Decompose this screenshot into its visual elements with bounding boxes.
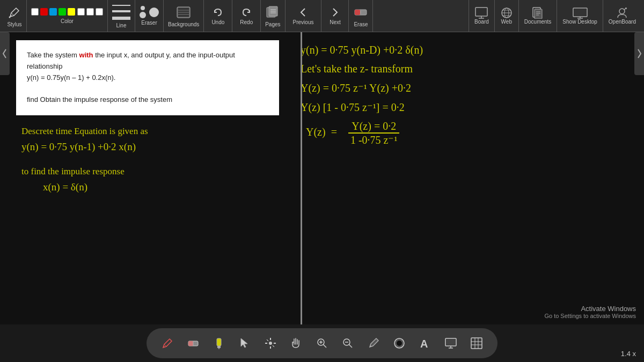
eraser-dot-large[interactable] — [149, 8, 159, 17]
color-yellow[interactable] — [68, 8, 75, 16]
backgrounds-group: Backgrounds — [164, 0, 204, 32]
hw-left-line1: Descrete time Equation is given as — [21, 126, 274, 137]
undo-group: Undo — [204, 0, 232, 32]
circle-tool[interactable] — [389, 333, 409, 353]
pages-label: Pages — [265, 21, 280, 27]
eraser-dot-medium[interactable] — [140, 12, 146, 18]
grid-tool[interactable] — [466, 333, 487, 353]
activate-title: Activate Windows — [544, 305, 636, 313]
line-thin[interactable] — [112, 5, 130, 6]
web-tool[interactable]: Web — [494, 0, 518, 32]
line-label: Line — [116, 23, 127, 28]
svg-rect-37 — [217, 346, 221, 348]
svg-point-0 — [9, 16, 11, 18]
eraser-tool-bottom[interactable] — [183, 333, 203, 353]
backgrounds-icon[interactable] — [176, 5, 191, 20]
svg-rect-36 — [217, 338, 221, 346]
line-group: Line — [108, 0, 135, 32]
redo-group: Redo — [232, 0, 261, 32]
svg-point-54 — [397, 341, 402, 346]
previous-button[interactable]: Previous — [290, 2, 317, 29]
hand-tool[interactable] — [286, 333, 306, 353]
hw-right-line2: Let's take the z- transform — [301, 63, 633, 75]
zoom-out-tool[interactable] — [338, 333, 358, 353]
line-medium[interactable] — [112, 10, 130, 12]
pointer-tool[interactable] — [235, 333, 255, 353]
svg-point-31 — [619, 9, 625, 14]
problem-find: find Obtain the impulse response of the … — [27, 94, 268, 106]
activate-windows-notice: Activate Windows Go to Settings to activ… — [544, 305, 636, 319]
color-white3[interactable] — [86, 8, 94, 16]
hw-left-line2: y(n) = 0·75 y(n-1) +0·2 x(n) — [21, 141, 274, 153]
main-area: Take the system with the input x, and ou… — [0, 32, 644, 324]
documents-tool[interactable]: Documents — [518, 0, 557, 32]
problem-line1: Take the system with the input x, and ou… — [27, 50, 268, 61]
eraser-label: Eraser — [141, 20, 157, 26]
color-red[interactable] — [40, 8, 48, 16]
hw-left-line4: x(n) = δ(n) — [43, 181, 274, 193]
board-tool[interactable]: Board — [469, 0, 494, 32]
erase-icon[interactable] — [353, 5, 368, 20]
show-desktop-tool[interactable]: Show Desktop — [557, 0, 602, 32]
openboard-tool[interactable]: OpenBoard — [603, 0, 641, 32]
svg-line-49 — [323, 344, 326, 348]
sidebar-toggle-left[interactable] — [0, 32, 10, 75]
line-thick[interactable] — [112, 17, 130, 20]
redo-button[interactable]: Redo — [237, 2, 256, 29]
previous-group: Previous — [286, 0, 322, 32]
stylus-icon[interactable] — [7, 5, 22, 20]
svg-rect-23 — [535, 9, 542, 19]
stylus-group: Stylus — [3, 0, 27, 32]
color-white4[interactable] — [96, 8, 103, 16]
color-row-1 — [31, 8, 75, 16]
top-toolbar: Stylus Color Line — [0, 0, 644, 32]
fraction-numerator: Y(z) = 0·2 — [348, 120, 399, 134]
next-button[interactable]: Next — [326, 2, 344, 29]
highlighter-tool[interactable] — [209, 333, 229, 353]
svg-rect-12 — [355, 10, 360, 15]
color-white2[interactable] — [77, 8, 85, 16]
svg-text:A: A — [420, 338, 428, 350]
hw-right-line3: Y(z) = 0·75 z⁻¹ Y(z) +0·2 — [301, 82, 633, 94]
color-icons — [31, 8, 103, 17]
color-blue[interactable] — [49, 8, 57, 16]
hw-left-line3: to find the impulse response — [21, 166, 274, 177]
zoom-in-tool[interactable] — [312, 333, 332, 353]
handwritten-right: y(n) = 0·75 y(n-D) +0·2 δ(n) Let's take … — [301, 44, 633, 146]
fraction-denominator: 1 -0·75 z⁻¹ — [347, 134, 401, 146]
hw-right-line1: y(n) = 0·75 y(n-D) +0·2 δ(n) — [301, 44, 633, 56]
stylus-label: Stylus — [7, 21, 21, 27]
pen-tool[interactable] — [157, 333, 178, 353]
erase-label: Erase — [354, 21, 368, 27]
pages-icon[interactable] — [265, 5, 280, 20]
svg-rect-57 — [447, 339, 455, 345]
highlight-with: with — [79, 51, 93, 59]
content-divider — [301, 32, 302, 324]
screen-tool[interactable] — [441, 333, 461, 353]
handwritten-left: Descrete time Equation is given as y(n) … — [16, 126, 279, 193]
laser-tool[interactable] — [260, 333, 281, 353]
svg-line-45 — [273, 345, 274, 347]
color-white[interactable] — [31, 8, 39, 16]
fraction-lhs: Y(z) = — [306, 126, 342, 138]
right-panel: y(n) = 0·75 y(n-D) +0·2 δ(n) Let's take … — [290, 32, 644, 324]
undo-button[interactable]: Undo — [208, 2, 228, 29]
svg-line-52 — [349, 344, 352, 348]
text-tool[interactable]: A — [415, 333, 435, 353]
left-panel: Take the system with the input x, and ou… — [0, 32, 290, 324]
sidebar-toggle-right[interactable] — [634, 32, 644, 75]
pages-group: Pages — [261, 0, 285, 32]
hw-right-fraction: Y(z) = Y(z) = 0·2 1 -0·75 z⁻¹ — [306, 120, 633, 146]
svg-rect-28 — [574, 9, 586, 16]
bottom-tools-container: A — [147, 328, 497, 358]
eraser-group: Eraser — [135, 0, 164, 32]
select-pen-tool[interactable] — [363, 333, 384, 353]
problem-equation: y(n) = 0.75y(n – 1) + 0.2x(n). — [27, 72, 268, 84]
eraser-dot-small[interactable] — [141, 6, 145, 10]
color-group: Color — [27, 0, 108, 32]
color-green[interactable] — [58, 8, 66, 16]
color-label: Color — [61, 18, 74, 24]
hw-right-line4: Y(z) [1 - 0·75 z⁻¹] = 0·2 — [301, 101, 633, 114]
svg-line-44 — [267, 339, 268, 341]
color-row-2 — [77, 8, 103, 16]
